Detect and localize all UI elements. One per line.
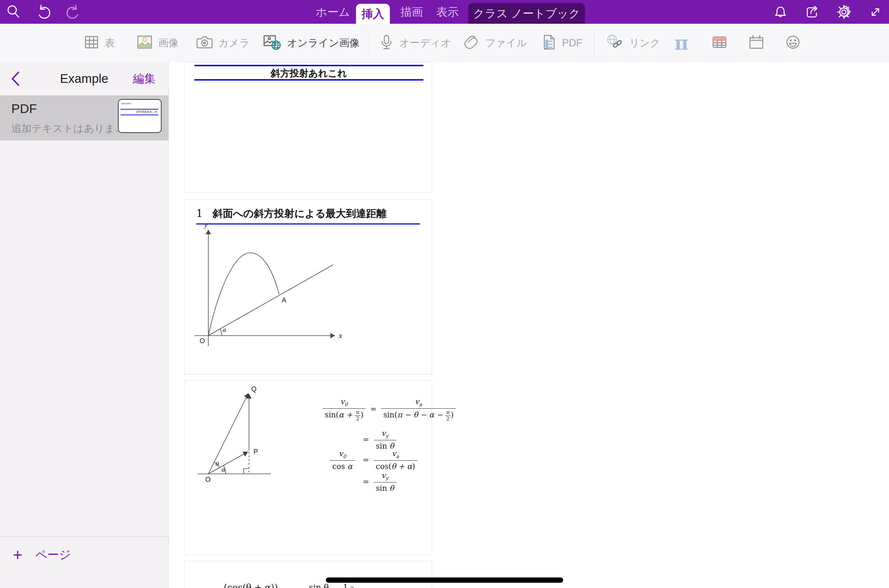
insert-link-button[interactable]: リンク — [606, 24, 660, 62]
right-angle-mark — [244, 469, 249, 474]
insert-table-label: 表 — [105, 36, 115, 50]
insert-image-label: 画像 — [158, 36, 179, 50]
pdf-document-icon — [542, 34, 557, 52]
projectile-graph: y x O A α — [188, 222, 347, 350]
edit-button[interactable]: 編集 — [133, 62, 156, 95]
insert-link-label: リンク — [629, 36, 660, 50]
plus-icon: + — [13, 547, 23, 563]
pdf-printout-page-1[interactable]: 斜方投射あれこれ — [184, 62, 432, 192]
velocity-triangle-diagram: O P Q θ α — [192, 384, 279, 485]
notifications-button[interactable] — [772, 4, 789, 20]
insert-table-button[interactable]: 表 — [84, 24, 115, 62]
add-page-label: ページ — [35, 547, 71, 563]
settings-button[interactable] — [836, 4, 852, 20]
equation-fragment-one: 1 — [343, 583, 348, 588]
section-number: 1 — [196, 208, 203, 219]
vector-op — [208, 452, 247, 474]
page-list-item-selected[interactable]: PDF 追加テキストはありま… 斜方投射あれこれ — [0, 95, 168, 141]
undo-button[interactable] — [35, 4, 52, 20]
alpha-angle-arc — [220, 329, 222, 336]
home-indicator-bar[interactable] — [326, 577, 563, 583]
notifications-bell-icon — [773, 5, 788, 19]
insert-equation-button[interactable]: π — [674, 24, 689, 62]
link-globe-icon — [606, 34, 624, 52]
image-icon — [136, 34, 153, 52]
add-page-button[interactable]: + ページ — [0, 537, 168, 573]
calendar-icon — [748, 34, 765, 52]
camera-icon — [196, 34, 213, 52]
o-label: O — [205, 476, 211, 483]
tab-home[interactable]: ホーム — [316, 0, 350, 24]
insert-pdf-button[interactable]: PDF — [542, 24, 582, 62]
insert-camera-label: カメラ — [218, 36, 250, 50]
file-paperclip-icon — [463, 34, 480, 52]
redo-button[interactable] — [65, 4, 81, 20]
tab-draw[interactable]: 描画 — [400, 0, 423, 24]
page-item-title: PDF — [11, 101, 37, 116]
point-a-label: A — [282, 296, 286, 304]
insert-online-image-label: オンライン画像 — [287, 36, 359, 50]
search-icon — [6, 5, 21, 20]
insert-pdf-label: PDF — [562, 37, 582, 49]
note-canvas[interactable]: 斜方投射あれこれ 1斜面への斜方投射による最大到達距離 y x O A α — [169, 62, 889, 588]
insert-audio-label: オーディオ — [399, 36, 451, 50]
fullscreen-icon — [868, 5, 883, 19]
page-item-subtitle: 追加テキストはありま… — [11, 122, 125, 135]
ribbon-divider — [369, 32, 370, 54]
trajectory-parabola — [208, 253, 279, 336]
blue-rule — [194, 79, 423, 81]
p-label: P — [254, 448, 258, 455]
insert-meeting-details-button[interactable] — [748, 24, 765, 62]
sidebar-header: Example 編集 — [0, 62, 168, 95]
page-thumbnail: 斜方投射あれこれ — [118, 99, 162, 133]
redo-icon — [65, 4, 81, 20]
thumbnail-date-mark — [121, 103, 131, 104]
insert-image-button[interactable]: 画像 — [136, 24, 179, 62]
online-image-globe-icon — [263, 34, 282, 52]
pdf-printout-page-4[interactable]: (cos(θ + α)) sin θ 1 2 — [184, 561, 432, 588]
undo-icon — [36, 4, 52, 20]
tab-view[interactable]: 表示 — [436, 0, 459, 24]
q-label: Q — [251, 385, 257, 393]
thumbnail-title: 斜方投射あれこれ — [119, 110, 158, 114]
insert-online-image-button[interactable]: オンライン画像 — [263, 24, 359, 62]
smiley-emoji-icon — [784, 34, 802, 52]
x-axis-label: x — [338, 332, 343, 339]
insert-file-button[interactable]: ファイル — [463, 24, 527, 62]
y-axis-label: y — [203, 222, 208, 229]
spreadsheet-icon — [711, 34, 728, 52]
thumbnail-rule — [121, 115, 158, 115]
equation-sine-rule: v0 sin(α + π2) = va sin(π − θ − α − π2) — [322, 397, 456, 421]
incline-line — [208, 265, 333, 336]
origin-label: O — [200, 337, 205, 345]
insert-ribbon: 表 画像 カメラ オンライン画像 オーディオ ファイル — [0, 24, 889, 63]
insert-camera-button[interactable]: カメラ — [196, 24, 250, 62]
insert-sticker-button[interactable] — [784, 24, 802, 62]
equation-fragment-sin: sin θ — [309, 583, 329, 588]
pdf-printout-page-2[interactable]: 1斜面への斜方投射による最大到達距離 y x O A α — [184, 199, 432, 374]
share-icon — [805, 5, 819, 19]
share-button[interactable] — [804, 4, 820, 20]
equation-line-1: = vy sin θ — [327, 429, 396, 451]
vector-oq — [208, 394, 248, 474]
equation-fragment-two: 2 — [350, 585, 354, 588]
pi-equation-icon: π — [674, 24, 689, 62]
blue-rule — [194, 65, 423, 66]
ribbon-divider — [594, 32, 594, 54]
search-button[interactable] — [5, 4, 22, 20]
tab-insert[interactable]: 挿入 — [356, 4, 390, 24]
page-list-sidebar: Example 編集 PDF 追加テキストはありま… 斜方投射あれこれ + ペー… — [0, 62, 169, 588]
thumbnail-rule — [121, 109, 158, 110]
insert-audio-button[interactable]: オーディオ — [379, 24, 451, 62]
audio-mic-icon — [379, 34, 394, 52]
pdf-printout-page-3[interactable]: O P Q θ α v0 sin(α + π2) = va sin(π − θ … — [184, 380, 432, 555]
tab-class-notebook[interactable]: クラス ノートブック — [468, 3, 585, 24]
insert-spreadsheet-button[interactable] — [711, 24, 728, 62]
fullscreen-button[interactable] — [867, 4, 884, 20]
pdf-title: 斜方投射あれこれ — [194, 67, 423, 79]
table-icon — [84, 34, 99, 52]
top-app-bar: ホーム 挿入 描画 表示 クラス ノートブック — [0, 0, 889, 24]
equation-line-2: v0 cos α = va cos(θ + α) — [327, 449, 417, 471]
equation-line-3: = vy sin θ — [327, 471, 396, 493]
equation-fragment-left: (cos(θ + α)) — [224, 582, 278, 588]
